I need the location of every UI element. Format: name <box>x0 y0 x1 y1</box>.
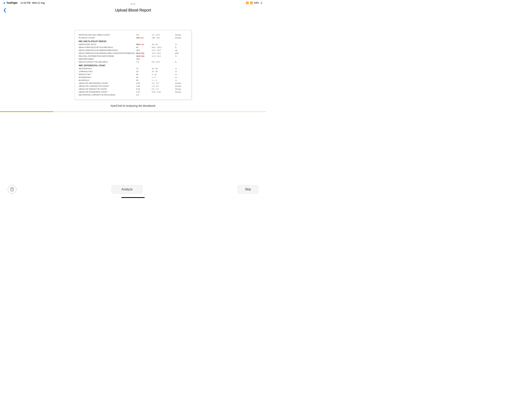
status-right: 📶 📶 64% 🔋 <box>246 1 263 4</box>
main-content: WHITE BLOOD CELL (WBC) COUNT5.94.0 - 10.… <box>0 14 266 112</box>
table-row: NEUTROPHILS7240 - 80% <box>79 67 189 70</box>
table-row: MENTZER INDEX18.6 <box>79 58 189 60</box>
table-row: ABSOLUTE MONOCYTE COUNT0.240.2 - 1.0thou… <box>79 87 189 90</box>
dot-1 <box>131 4 132 5</box>
table-row: RED CELL DISTRIBUTION WIDTH (RDW)14.5 Hi… <box>79 55 189 58</box>
status-left: ◀ TestFlight 11:04 PM Wed 21 Aug <box>3 1 45 4</box>
table-row: MEAN CORPUSCULAR HEMOGLOBIN (MCH)29.827.… <box>79 49 189 52</box>
back-arrow-status: ◀ <box>3 1 5 4</box>
table-row: PLATELET COUNT133 Low150 - 410thou/µL <box>79 36 189 39</box>
status-date: Wed 21 Aug <box>32 1 45 4</box>
table-row: WHITE BLOOD CELL (WBC) COUNT5.94.0 - 10.… <box>79 33 189 36</box>
page-title: Upload Blood Report <box>115 8 151 13</box>
progress-bar-fill <box>0 111 53 112</box>
home-indicator <box>121 197 145 198</box>
wifi-icon: 📶 <box>246 1 249 4</box>
table-row: ABSOLUTE NEUTROPHIL COUNT4.252.0 - 7.0th… <box>79 82 189 84</box>
status-time: 11:04 PM <box>20 1 30 4</box>
skip-button[interactable]: Skip <box>238 185 258 194</box>
app-name: TestFlight <box>6 1 17 4</box>
table-row: MEAN CORPUSCULAR VOLUME (MCV)8483.0 - 10… <box>79 46 189 49</box>
signal-icon: 📶 <box>250 1 253 4</box>
dot-3 <box>134 4 135 5</box>
table-row: MEAN CORPUSCULAR HEMOGLOBIN CONCENTRATIO… <box>79 52 189 55</box>
table-row: BASOPHILS00< 1 - 2% <box>79 79 189 82</box>
progress-bar-container <box>0 111 266 112</box>
battery-icon: 🔋 <box>260 1 263 4</box>
table-row: NEUTROPHIL LYMPHOCYTE RATIO (NLR)3.3 <box>79 93 189 96</box>
report-table: WHITE BLOOD CELL (WBC) COUNT5.94.0 - 10.… <box>79 33 189 96</box>
back-button[interactable]: ❮ <box>3 8 7 13</box>
blood-report-document: WHITE BLOOD CELL (WBC) COUNT5.94.0 - 10.… <box>75 30 191 100</box>
table-row: ABSOLUTE EOSINOPHIL COUNT0.120.02 - 0.50… <box>79 90 189 93</box>
analysis-text: NutriChef AI Analyzing the bloodwork <box>111 104 155 107</box>
table-row: MONOCYTES042 - 10% <box>79 73 189 76</box>
table-row: EOSINOPHILS021 - 6% <box>79 76 189 79</box>
table-row: ABSOLUTE LYMPHOCYTE COUNT1.301.0 - 3.0th… <box>79 84 189 87</box>
dot-2 <box>133 4 133 5</box>
analyze-button[interactable]: Analyze <box>112 185 143 194</box>
battery-label: 64% <box>254 1 259 4</box>
document-icon-button[interactable] <box>8 185 16 194</box>
bottom-area: Analyze Skip <box>0 185 266 194</box>
svg-rect-0 <box>11 188 13 191</box>
table-row: MEAN PLATELET VOLUME (MPV)7.96.8 - 10.9f… <box>79 60 189 63</box>
top-bar: ❮ Upload Blood Report <box>0 6 266 14</box>
table-row: HEMATOCRIT (PCV)38.0 Low40 - 50% <box>79 43 189 46</box>
table-row: LYMPHOCYTES2220 - 40% <box>79 70 189 73</box>
